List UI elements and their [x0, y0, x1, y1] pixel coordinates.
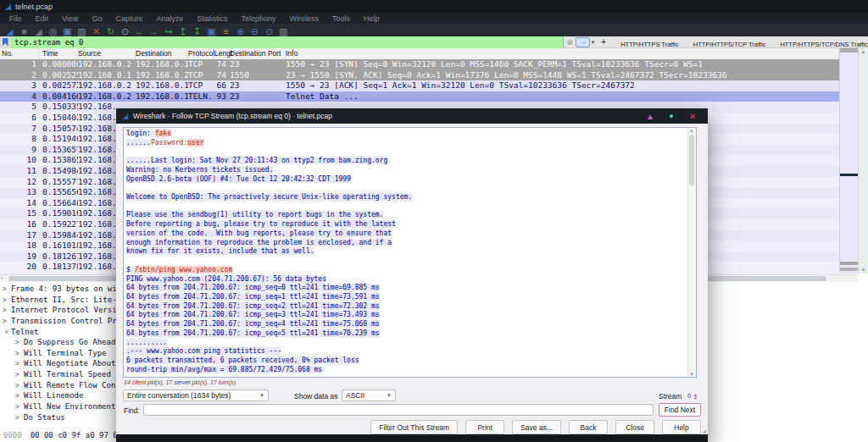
menu-statistics[interactable]: Statistics	[191, 14, 233, 23]
column-header-source[interactable]: Source	[78, 48, 136, 59]
scroll-up-icon[interactable]: ▲	[859, 49, 868, 54]
stream-line: ......Password:user	[126, 139, 687, 148]
show-data-as-select[interactable]: ASCII ▼	[342, 390, 396, 401]
menu-file[interactable]: File	[3, 14, 28, 23]
zoom-reset-icon[interactable]: ⊙	[262, 25, 276, 37]
packet-row[interactable]: 20.002525192.168.0.1192.168.0.2TCP741550…	[0, 70, 839, 81]
stream-line: enough information to reproduce the prob…	[126, 239, 687, 248]
button-close[interactable]: Close	[615, 420, 654, 434]
expand-icon[interactable]: >	[15, 338, 24, 348]
scroll-down-icon[interactable]: ▼	[859, 268, 868, 273]
stop-capture-icon[interactable]: ■	[17, 25, 31, 37]
minimap-stripe	[840, 48, 859, 52]
save-file-icon[interactable]: ▥	[75, 25, 89, 37]
column-header-time[interactable]: Time	[39, 48, 78, 59]
filter-apply-button[interactable]: →	[576, 37, 590, 47]
filter-dropdown-caret-icon[interactable]: ▾	[592, 39, 595, 46]
expand-icon[interactable]: >	[15, 391, 24, 401]
packet-row[interactable]: 30.002572192.168.0.2192.168.0.1TCP662315…	[0, 80, 839, 91]
expand-icon[interactable]: >	[15, 370, 24, 380]
display-filter-input[interactable]: tcp.stream eq 0	[10, 36, 564, 48]
column-header-no[interactable]: No.	[0, 48, 39, 59]
go-back-icon[interactable]: ←	[132, 25, 147, 37]
zoom-in-icon[interactable]: ⊕	[233, 25, 248, 37]
auto-scroll-toggle-icon[interactable]: ▣	[204, 25, 219, 37]
button-print[interactable]: Print	[465, 420, 504, 434]
button-help[interactable]: Help	[662, 420, 701, 434]
menu-help[interactable]: Help	[358, 14, 386, 23]
reload-file-icon[interactable]: ↻	[103, 25, 118, 37]
menu-analyze[interactable]: Analyze	[150, 14, 189, 23]
maximize-icon[interactable]: ●	[663, 112, 680, 120]
scroll-down-icon[interactable]: ▼	[689, 372, 694, 377]
menu-wireless[interactable]: Wireless	[284, 14, 326, 23]
stream-line: 6 packets transmitted, 6 packets receive…	[126, 356, 687, 366]
stream-line: Warning: no Kerberos tickets issued.	[126, 166, 687, 175]
packet-row[interactable]: 40.004160192.168.0.2192.168.0.1TELN..932…	[0, 91, 839, 102]
column-header-info[interactable]: Info	[286, 48, 839, 59]
find-packet-magnifier-icon[interactable]: ⊙	[118, 25, 132, 37]
scroll-up-icon[interactable]: ▲	[689, 128, 694, 133]
open-file-folder-icon[interactable]: ▣	[60, 25, 75, 37]
menu-view[interactable]: View	[56, 14, 84, 23]
collapse-icon[interactable]: >	[1, 329, 12, 337]
expand-icon[interactable]: >	[15, 381, 24, 391]
filter-clear-icon[interactable]: ⊗	[566, 38, 573, 47]
filter-bar: tcp.stream eq 0 ⊗ → ▾ + HTTP/HTTPS Traff…	[0, 36, 868, 48]
expand-icon[interactable]: >	[15, 402, 24, 412]
menu-go[interactable]: Go	[86, 14, 108, 23]
expand-icon[interactable]: >	[3, 285, 11, 295]
start-capture-icon[interactable]: ◢	[3, 25, 17, 37]
stream-content-area[interactable]: login: fake......Password:user ......Las…	[123, 127, 697, 378]
filter-bookmark-button[interactable]	[0, 36, 10, 48]
quick-filter-http-https-tcp-dns-traffic[interactable]: HTTP/HTTPS/TCP/DNS Traffic	[780, 41, 868, 48]
button-filter-out-this-stream[interactable]: Filter Out This Stream	[370, 420, 458, 434]
go-to-packet-icon[interactable]: ↪	[161, 25, 175, 37]
packet-row[interactable]: 10.000000192.168.0.2192.168.0.1TCP742315…	[0, 59, 839, 70]
button-back[interactable]: Back	[569, 420, 608, 434]
spinner-arrows-icon[interactable]: ▲▼	[693, 393, 698, 400]
find-next-button[interactable]: Find Next	[659, 403, 701, 417]
scroll-left-icon[interactable]: ‹	[1, 275, 3, 281]
menu-telephony[interactable]: Telephony	[235, 14, 281, 23]
menu-capture[interactable]: Capture	[109, 14, 148, 23]
go-first-packet-icon[interactable]: ↥	[175, 25, 190, 37]
stream-scroll-thumb[interactable]	[689, 135, 694, 185]
resize-columns-icon[interactable]: ▥	[276, 25, 291, 37]
expand-icon[interactable]: >	[15, 349, 24, 359]
go-last-packet-icon[interactable]: ↧	[190, 25, 204, 37]
stream-hint-line: 14 client pkt(s), 17 server pkt(s), 17 t…	[124, 379, 237, 385]
follow-stream-dialog: Wireshark · Follow TCP Stream (tcp.strea…	[116, 108, 708, 442]
stream-number-spinner[interactable]: 0 ▲▼	[687, 390, 701, 401]
stream-vscrollbar[interactable]: ▲ ▼	[687, 128, 696, 377]
capture-options-gear-icon[interactable]: ◎	[46, 25, 60, 37]
zoom-out-icon[interactable]: ⊖	[248, 25, 262, 37]
close-file-icon[interactable]: ✕	[89, 25, 103, 37]
expand-icon[interactable]: >	[3, 296, 11, 306]
find-input[interactable]	[143, 404, 654, 416]
expand-icon[interactable]: >	[3, 317, 11, 327]
column-header-lengt[interactable]: Lengt	[214, 48, 230, 59]
packet-list-vscrollbar[interactable]: ▲ ▼	[858, 48, 868, 273]
go-forward-icon[interactable]: →	[147, 25, 161, 37]
stream-line: login: fake	[126, 130, 687, 139]
expand-icon[interactable]: >	[3, 306, 11, 316]
column-header-protocol[interactable]: Protocol	[188, 48, 214, 59]
conversation-select[interactable]: Entire conversation (1634 bytes) ▼	[123, 390, 269, 401]
stream-line: .--- www.yahoo.com ping statistics ---	[126, 347, 687, 356]
close-icon[interactable]: ✕	[684, 112, 701, 121]
quick-filter-http-https-traffic[interactable]: HTTP/HTTPS Traffic	[620, 41, 679, 48]
expand-icon[interactable]: >	[15, 413, 24, 423]
expand-icon[interactable]: >	[15, 359, 24, 369]
restart-capture-icon[interactable]: ◢	[31, 25, 46, 37]
column-header-destination-port[interactable]: Destination Port	[230, 48, 286, 59]
colorize-packets-icon[interactable]: ≡	[219, 25, 233, 37]
menu-tools[interactable]: Tools	[326, 14, 356, 23]
minimize-icon[interactable]: ▲	[642, 112, 659, 121]
button-save-as[interactable]: Save as...	[512, 420, 561, 434]
menu-edit[interactable]: Edit	[30, 14, 55, 23]
column-header-destination[interactable]: Destination	[136, 48, 188, 59]
quick-filter-http-https-tcp-traffic[interactable]: HTTP/HTTPS/TCP Traffic	[693, 41, 766, 48]
resize-grip-icon[interactable]: ◢	[702, 428, 706, 434]
packet-minimap[interactable]	[839, 48, 858, 273]
